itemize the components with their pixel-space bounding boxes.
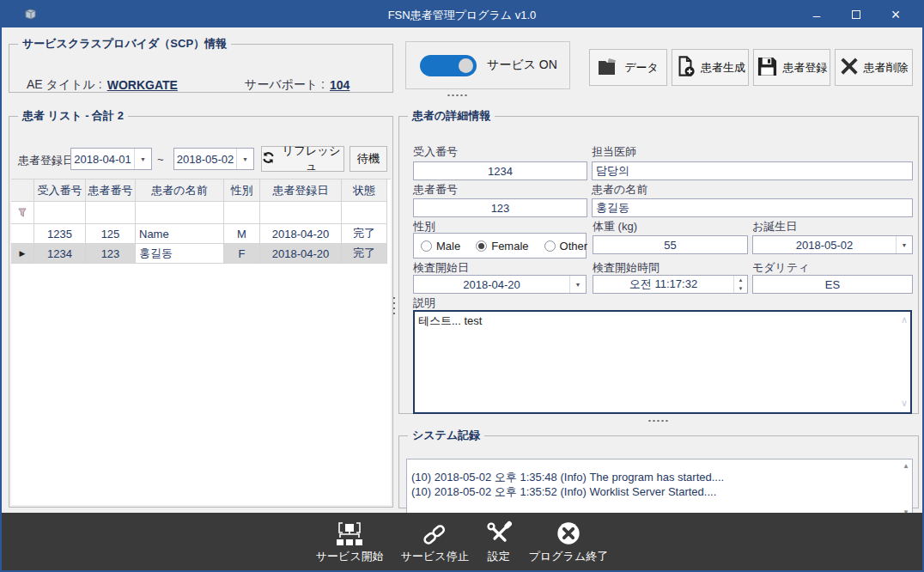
filter-row[interactable]	[11, 202, 391, 224]
service-toggle-label: サービス ON	[487, 58, 557, 73]
log-line: (10) 2018-05-02 오후 1:35:48 (Info) The pr…	[411, 470, 895, 484]
service-stop-label: サービス停止	[401, 549, 469, 564]
new-document-icon	[675, 55, 696, 80]
modality-input[interactable]	[752, 275, 913, 294]
date-to-picker[interactable]: 2018-05-02 ▼	[173, 148, 254, 170]
patient-details-title: 患者の詳細情報	[408, 108, 495, 124]
patient-name-label: 患者の名前	[592, 182, 647, 198]
patient-no-label: 患者番号	[413, 182, 458, 198]
window-title: FSN患者管理プログラム v1.0	[2, 8, 922, 23]
chevron-down-icon[interactable]: ▼	[236, 149, 253, 169]
scp-groupbox: サービスクラスプロバイダ（SCP）情報 AE タイトル : WORKGATE サ…	[9, 36, 393, 93]
scroll-up-arrow-icon[interactable]: ▲	[903, 462, 909, 470]
create-patient-label: 患者生成	[701, 60, 745, 76]
col-header-accession[interactable]: 受入番号	[34, 180, 86, 202]
date-from-value: 2018-04-01	[71, 153, 134, 166]
col-header-patient-no[interactable]: 患者番号	[86, 180, 136, 202]
log-line: (10) 2018-05-02 오후 1:35:52 (Info) Workli…	[411, 484, 895, 499]
scp-group-title: サービスクラスプロバイダ（SCP）情報	[18, 36, 231, 52]
top-splitter-grip[interactable]	[447, 94, 469, 97]
radio-male[interactable]: Male	[421, 240, 460, 253]
patient-no-input[interactable]	[413, 198, 587, 217]
date-range-separator: ~	[157, 153, 164, 166]
scroll-up-chevron-icon[interactable]: ∧	[901, 315, 908, 324]
settings-button[interactable]: 設定	[484, 519, 514, 564]
physician-input[interactable]	[592, 161, 913, 180]
spin-up-icon[interactable]: ▲	[734, 276, 747, 284]
service-stop-button[interactable]: サービス停止	[399, 519, 471, 564]
titlebar: FSN患者管理プログラム v1.0 – ×	[2, 2, 922, 27]
study-time-value: 오전 11:17:32	[593, 276, 733, 293]
data-button[interactable]: データ	[589, 49, 667, 86]
chevron-down-icon[interactable]: ▼	[569, 276, 586, 293]
service-toggle[interactable]	[420, 55, 477, 76]
radio-female-circle-icon	[476, 240, 487, 252]
reg-date-filter-label: 患者登録日	[18, 153, 74, 168]
system-log-groupbox: システム記録 (10) 2018-05-02 오후 1:35:48 (Info)…	[398, 428, 919, 508]
ae-title-label: AE タイトル :	[27, 77, 102, 93]
table-row[interactable]: 1235 125 Name M 2018-04-20 完了	[11, 224, 391, 244]
description-textarea[interactable]: 테스트... test	[413, 310, 912, 414]
date-to-value: 2018-05-02	[174, 153, 236, 166]
filter-funnel-icon	[11, 202, 34, 224]
data-button-label: データ	[624, 60, 659, 76]
weight-input[interactable]	[593, 235, 748, 254]
delete-patient-button[interactable]: 患者削除	[835, 49, 913, 86]
server-port-label: サーバポート :	[245, 77, 325, 93]
study-date-value: 2018-04-20	[414, 276, 569, 293]
patient-table: 受入番号 患者番号 患者の名前 性別 患者登録日 状態	[11, 179, 391, 505]
close-icon: ×	[891, 6, 901, 24]
maximize-icon	[852, 10, 860, 19]
bottom-toolbar: サービス開始 サービス停止	[2, 513, 922, 570]
scroll-down-chevron-icon[interactable]: ∨	[901, 399, 908, 407]
birthday-label: お誕生日	[752, 219, 797, 234]
minimize-button[interactable]: –	[797, 2, 836, 27]
program-exit-label: プログラム終了	[529, 549, 609, 564]
folder-icon	[598, 58, 619, 78]
server-port-value[interactable]: 104	[330, 78, 350, 92]
row-indicator-header	[11, 180, 34, 202]
radio-female[interactable]: Female	[476, 240, 528, 253]
program-exit-button[interactable]: プログラム終了	[527, 519, 611, 564]
study-time-spinner[interactable]: 오전 11:17:32 ▲ ▼	[593, 275, 748, 294]
service-start-label: サービス開始	[316, 549, 384, 564]
col-header-status[interactable]: 状態	[342, 180, 387, 202]
radio-male-circle-icon	[421, 240, 432, 252]
chevron-down-icon[interactable]: ▼	[134, 149, 151, 169]
birthday-value: 2018-05-02	[753, 236, 896, 253]
date-from-picker[interactable]: 2018-04-01 ▼	[70, 148, 152, 170]
col-header-reg-date[interactable]: 患者登録日	[260, 180, 342, 202]
table-row-selected[interactable]: ▶ 1234 123 홍길동 F 2018-04-20 完了	[11, 244, 391, 264]
ae-title-value[interactable]: WORKGATE	[107, 78, 178, 92]
standby-button-label: 待機	[357, 151, 380, 167]
standby-button[interactable]: 待機	[350, 146, 387, 172]
gender-radio-group: Male Female Other	[413, 233, 587, 259]
service-start-button[interactable]: サービス開始	[314, 519, 386, 564]
refresh-button-label: リフレッシュ	[279, 143, 343, 174]
patient-list-groupbox: 患者 リスト - 合計 2 患者登録日 2018-04-01 ▼ ~ 2018-…	[9, 108, 393, 508]
vertical-splitter-grip[interactable]	[392, 295, 396, 318]
radio-other-circle-icon	[544, 240, 556, 252]
refresh-button[interactable]: リフレッシュ	[261, 146, 344, 172]
study-time-label: 検査開始時間	[593, 260, 660, 276]
details-log-splitter-grip[interactable]	[647, 419, 670, 423]
table-header-row: 受入番号 患者番号 患者の名前 性別 患者登録日 状態	[11, 180, 391, 202]
maximize-button[interactable]	[836, 2, 876, 27]
chevron-down-icon[interactable]: ▼	[896, 236, 912, 253]
create-patient-button[interactable]: 患者生成	[672, 49, 749, 86]
col-header-name[interactable]: 患者の名前	[136, 180, 224, 202]
close-button[interactable]: ×	[876, 2, 915, 27]
study-date-picker[interactable]: 2018-04-20 ▼	[413, 275, 587, 294]
settings-label: 設定	[488, 549, 510, 564]
accession-input[interactable]	[413, 161, 587, 180]
col-header-gender[interactable]: 性別	[224, 180, 260, 202]
register-patient-button[interactable]: 患者登録	[753, 49, 830, 86]
spin-down-icon[interactable]: ▼	[734, 284, 747, 293]
modality-label: モダリティ	[752, 260, 810, 276]
service-toggle-box: サービス ON	[405, 41, 570, 89]
birthday-picker[interactable]: 2018-05-02 ▼	[752, 235, 913, 254]
system-log-title: システム記録	[408, 428, 484, 443]
radio-other[interactable]: Other	[544, 240, 588, 253]
patient-name-input[interactable]	[592, 198, 913, 217]
refresh-icon	[262, 151, 275, 167]
